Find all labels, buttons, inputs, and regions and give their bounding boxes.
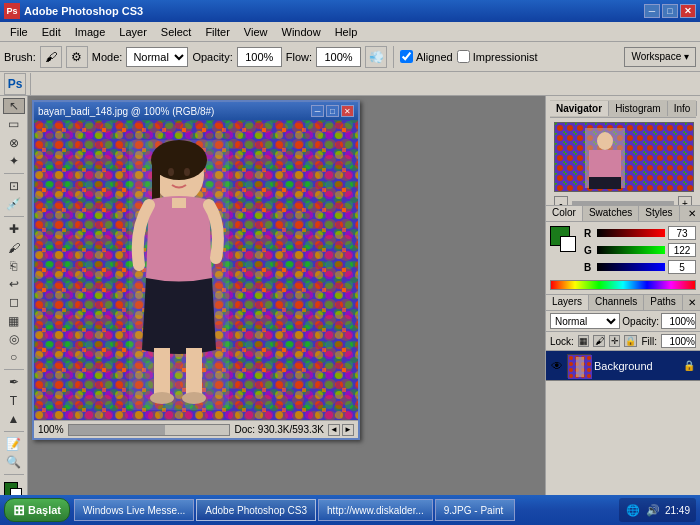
channels-tab[interactable]: Channels	[589, 295, 644, 310]
minimize-button[interactable]: ─	[644, 4, 660, 18]
tool-text[interactable]: T	[3, 392, 25, 408]
layer-lock-icon: 🔒	[682, 359, 696, 373]
doc-minimize[interactable]: ─	[311, 105, 324, 117]
info-tab[interactable]: Info	[668, 101, 698, 116]
fill-value[interactable]	[661, 334, 696, 348]
lock-all[interactable]: 🔒	[624, 335, 637, 347]
paths-tab[interactable]: Paths	[644, 295, 683, 310]
g-label: G	[584, 245, 594, 256]
navigator-tab[interactable]: Navigator	[550, 101, 609, 116]
right-panels: Navigator Histogram Info ✕	[545, 96, 700, 519]
airbrush-btn[interactable]: 💨	[365, 46, 387, 68]
r-slider[interactable]	[597, 229, 665, 237]
g-slider[interactable]	[597, 246, 665, 254]
ps-icon-btn[interactable]: Ps	[4, 73, 26, 95]
impressionist-checkbox[interactable]	[457, 50, 470, 63]
blend-mode-select[interactable]: Normal	[550, 313, 620, 329]
tool-move[interactable]: ↖	[3, 98, 25, 114]
aligned-checkbox-area: Aligned	[400, 50, 453, 63]
histogram-tab[interactable]: Histogram	[609, 101, 668, 116]
tool-eraser[interactable]: ◻	[3, 294, 25, 310]
taskbar-item-0[interactable]: Windows Live Messe...	[74, 499, 194, 521]
taskbar-network-icon[interactable]: 🌐	[625, 502, 641, 518]
tool-sep3	[4, 369, 24, 370]
tool-notes[interactable]: 📝	[3, 436, 25, 452]
background-swatch[interactable]	[560, 236, 576, 252]
tool-magic-wand[interactable]: ✦	[3, 153, 25, 169]
color-tab[interactable]: Color	[546, 206, 583, 221]
svg-rect-33	[589, 177, 621, 189]
tool-lasso[interactable]: ⊗	[3, 135, 25, 151]
tool-marquee[interactable]: ▭	[3, 116, 25, 132]
tool-dodge[interactable]: ○	[3, 349, 25, 365]
brush-label: Brush:	[4, 51, 36, 63]
windows-logo: ⊞	[13, 502, 25, 518]
menu-help[interactable]: Help	[329, 24, 364, 40]
flow-input[interactable]	[316, 47, 361, 67]
color-spectrum[interactable]	[550, 280, 696, 290]
b-slider[interactable]	[597, 263, 665, 271]
tool-shape[interactable]: ▲	[3, 411, 25, 427]
aligned-checkbox[interactable]	[400, 50, 413, 63]
layers-header: Layers Channels Paths ✕	[546, 295, 700, 311]
tool-eyedropper[interactable]: 💉	[3, 196, 25, 212]
maximize-button[interactable]: □	[662, 4, 678, 18]
nav-prev[interactable]: ◄	[328, 424, 340, 436]
tool-history[interactable]: ↩	[3, 276, 25, 292]
tool-brush[interactable]: 🖌	[3, 239, 25, 255]
tool-pen[interactable]: ✒	[3, 374, 25, 390]
lock-image[interactable]: 🖌	[593, 335, 605, 347]
zoom-out-btn[interactable]: -	[554, 196, 568, 206]
menu-bar: File Edit Image Layer Select Filter View…	[0, 22, 700, 42]
start-button[interactable]: ⊞ Başlat	[4, 498, 70, 522]
tool-blur[interactable]: ◎	[3, 331, 25, 347]
doc-close[interactable]: ✕	[341, 105, 354, 117]
doc-maximize[interactable]: □	[326, 105, 339, 117]
color-close[interactable]: ✕	[684, 206, 700, 221]
menu-edit[interactable]: Edit	[36, 24, 67, 40]
taskbar-item-1[interactable]: Adobe Photoshop CS3	[196, 499, 316, 521]
styles-tab[interactable]: Styles	[639, 206, 679, 221]
menu-file[interactable]: File	[4, 24, 34, 40]
g-value[interactable]: 122	[668, 243, 696, 257]
menu-window[interactable]: Window	[276, 24, 327, 40]
menu-view[interactable]: View	[238, 24, 274, 40]
nav-next[interactable]: ►	[342, 424, 354, 436]
opacity-input[interactable]	[237, 47, 282, 67]
taskbar-volume-icon[interactable]: 🔊	[645, 502, 661, 518]
layers-panel: Layers Channels Paths ✕ Normal Opacity: …	[546, 295, 700, 519]
b-value[interactable]: 5	[668, 260, 696, 274]
brush-options[interactable]: ⚙	[66, 46, 88, 68]
close-button[interactable]: ✕	[680, 4, 696, 18]
zoom-slider[interactable]	[572, 201, 674, 205]
lock-position[interactable]: ✛	[609, 335, 621, 347]
document-status: 100% Doc: 930.3K/593.3K ◄ ►	[34, 420, 358, 438]
svg-rect-18	[154, 348, 170, 398]
menu-select[interactable]: Select	[155, 24, 198, 40]
r-value[interactable]: 73	[668, 226, 696, 240]
color-sliders: R 73 G 122 B 5	[546, 222, 700, 294]
tool-stamp[interactable]: ⎗	[3, 258, 25, 274]
menu-layer[interactable]: Layer	[113, 24, 153, 40]
tool-heal[interactable]: ✚	[3, 221, 25, 237]
layer-thumbnail[interactable]	[567, 354, 591, 378]
layers-close[interactable]: ✕	[684, 295, 700, 310]
menu-filter[interactable]: Filter	[199, 24, 235, 40]
layers-lock-row: Lock: ▦ 🖌 ✛ 🔒 Fill:	[546, 332, 700, 351]
zoom-in-btn[interactable]: +	[678, 196, 692, 206]
taskbar-item-2[interactable]: http://www.diskalder...	[318, 499, 433, 521]
tool-crop[interactable]: ⊡	[3, 178, 25, 194]
opacity-value[interactable]	[661, 313, 696, 329]
menu-image[interactable]: Image	[69, 24, 112, 40]
mode-select[interactable]: Normal	[126, 47, 188, 67]
tool-zoom[interactable]: 🔍	[3, 454, 25, 470]
layer-visibility[interactable]: 👁	[550, 359, 564, 373]
layers-tab[interactable]: Layers	[546, 295, 589, 310]
tool-gradient[interactable]: ▦	[3, 313, 25, 329]
taskbar-item-3[interactable]: 9.JPG - Paint	[435, 499, 515, 521]
brush-picker[interactable]: 🖌	[40, 46, 62, 68]
doc-size: Doc: 930.3K/593.3K	[234, 424, 324, 435]
swatches-tab[interactable]: Swatches	[583, 206, 639, 221]
workspace-button[interactable]: Workspace ▾	[624, 47, 696, 67]
lock-transparent[interactable]: ▦	[578, 335, 590, 347]
